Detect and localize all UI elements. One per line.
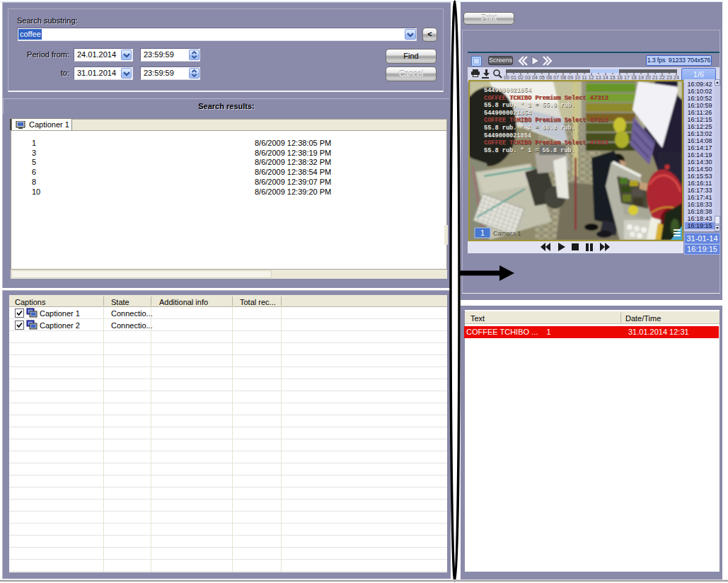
svg-text:Camera 1: Camera 1 [493, 230, 521, 237]
svg-text:COFFEE TCHIBO Premium Select 4: COFFEE TCHIBO Premium Select 47313 [484, 117, 608, 124]
svg-text:5449000021854: 5449000021854 [484, 87, 531, 94]
svg-text:COFFEE TCHIBO Premium Select 4: COFFEE TCHIBO Premium Select 47313 [484, 139, 608, 146]
svg-text:55.8 rub. * 1 = 55.8 rub.: 55.8 rub. * 1 = 55.8 rub. [484, 147, 575, 154]
svg-text:1: 1 [480, 229, 485, 237]
svg-text:5449000021854: 5449000021854 [484, 110, 531, 117]
svg-text:00 01 02 03 04 05 06 07 08 09: 00 01 02 03 04 05 06 07 08 09 10 11 12 1… [504, 75, 679, 80]
svg-text:5449000021854: 5449000021854 [484, 132, 531, 139]
svg-text:55.8 rub. * 1 = 55.8 rub.: 55.8 rub. * 1 = 55.8 rub. [484, 102, 575, 109]
svg-text:COFFEE TCHIBO Premium Select 4: COFFEE TCHIBO Premium Select 47313 [484, 95, 608, 102]
svg-text:55.8 rub. * 1 = 66.8 rub.: 55.8 rub. * 1 = 66.8 rub. [484, 125, 575, 132]
